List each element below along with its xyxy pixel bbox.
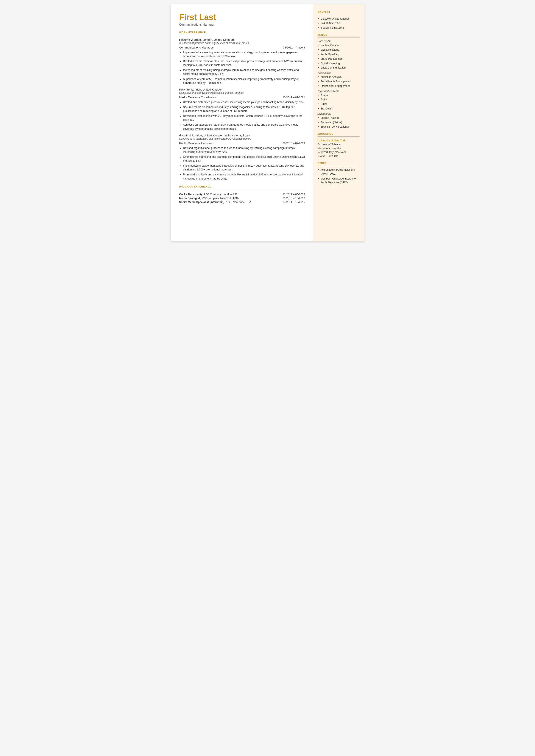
education-school: University of New York	[318, 139, 360, 142]
main-column: First Last Communications Manager WORK E…	[171, 4, 313, 241]
job-2-date: 10/2019 – 07/2021	[282, 96, 305, 99]
prev-exp-date: 01/2016 – 10/2017	[271, 196, 305, 200]
other-header: OTHER	[318, 162, 360, 164]
job-3-title: Public Relations Assistant	[179, 142, 213, 145]
prev-exp-date: 07/2014 – 12/2015	[271, 200, 305, 204]
bullet: Achieved an attendance rate of 90% from …	[179, 123, 305, 130]
education-degree: Bachelor of Science Mass Communication N…	[318, 142, 360, 158]
job-1-employer: Resume Worded, London, United Kingdom	[179, 38, 305, 42]
job-1-tagline: A lender that provides home equity lines…	[179, 42, 305, 44]
bullet: Revised organizational processes related…	[179, 146, 305, 154]
contact-divider	[318, 14, 360, 15]
language-item: Romanian (Native)	[318, 121, 360, 124]
job-2-title-row: Media Relations Coordinator 10/2019 – 07…	[179, 96, 305, 99]
job-1-title-row: Communications Manager 08/2021 – Present	[179, 46, 305, 49]
job-1-date: 08/2021 – Present	[283, 46, 305, 49]
contact-location: Glasgow, United Kingdom	[318, 17, 360, 21]
prev-exp-row: On Air Personality, ABC Company, London,…	[179, 192, 305, 196]
skills-divider	[318, 37, 360, 38]
prev-exp-date: 11/2017 – 05/2018	[271, 192, 305, 196]
tools-subheader: Tools and Software:	[318, 90, 360, 93]
sidebar: CONTACT Glasgow, United Kingdom +44 1234…	[313, 4, 365, 241]
other-item: Accredited in Public Relations (APR) - 2…	[318, 168, 360, 176]
techniques-subheader: Techniques:	[318, 71, 360, 74]
bullet: Supervised a team of 50+ communication s…	[179, 77, 305, 85]
work-experience-divider	[179, 35, 305, 35]
job-2-title: Media Relations Coordinator	[179, 96, 216, 99]
tool-item: Trello	[318, 98, 360, 101]
tool-item: Brandwatch	[318, 107, 360, 111]
hard-skills-subheader: Hard Skills:	[318, 40, 360, 43]
skill-item: Brand Management	[318, 57, 360, 61]
languages-subheader: Languages:	[318, 112, 360, 115]
prev-exp-title: Social Media Specialist (Internship), AB…	[179, 200, 271, 204]
previous-experience-header: PREVIOUS EXPERIENCE	[179, 185, 305, 188]
job-1-bullets: Implemented a sweeping internal communic…	[179, 50, 305, 85]
other-item: Member - Chartered Institute of Public R…	[318, 177, 360, 184]
skill-item: Public Speaking	[318, 53, 360, 56]
bullet: Drafted and distributed press releases, …	[179, 100, 305, 104]
previous-experience-table: On Air Personality, ABC Company, London,…	[179, 192, 305, 204]
bullet: Increased brand visibility using strateg…	[179, 68, 305, 76]
job-1: Resume Worded, London, United Kingdom A …	[179, 38, 305, 85]
prev-exp-row: Media Strategist, XYZ Company, New York,…	[179, 196, 305, 200]
education-header: EDUCATION	[318, 132, 360, 135]
job-3: Growthsi, London, United Kingdom & Barce…	[179, 134, 305, 181]
language-item: Spanish (Conversational)	[318, 125, 360, 129]
candidate-name: First Last	[179, 13, 305, 22]
contact-phone: +44 1234567890	[318, 21, 360, 25]
job-3-date: 06/2018 – 09/2019	[282, 142, 305, 145]
job-2-tagline: Helps personal and wealth clients build …	[179, 91, 305, 95]
other-divider	[318, 166, 360, 166]
bullet: Championed marketing and branding campai…	[179, 155, 305, 163]
bullet: Developed relationships with 20+ key med…	[179, 114, 305, 122]
technique-item: Social Media Management	[318, 80, 360, 83]
skill-item: Digital Marketing	[318, 62, 360, 65]
contact-header: CONTACT	[318, 11, 360, 14]
job-3-employer: Growthsi, London, United Kingdom & Barce…	[179, 134, 305, 137]
job-3-tagline: Specializes in mortgages that help custo…	[179, 137, 305, 140]
technique-item: Audience Analysis	[318, 75, 360, 79]
job-1-title: Communications Manager	[179, 46, 213, 49]
bullet: Implemented a sweeping internal communic…	[179, 50, 305, 58]
contact-email: first.last@gmail.com	[318, 26, 360, 30]
job-2: Polyhire, London, United Kingdom Helps p…	[179, 88, 305, 131]
tool-item: Drupal	[318, 102, 360, 106]
prev-exp-title: Media Strategist, XYZ Company, New York,…	[179, 196, 271, 200]
technique-item: Stakeholder Engagement	[318, 84, 360, 88]
skill-item: Crisis Communication	[318, 66, 360, 70]
bullet: Promoted positive brand awareness throug…	[179, 173, 305, 181]
job-3-bullets: Revised organizational processes related…	[179, 146, 305, 181]
job-2-bullets: Drafted and distributed press releases, …	[179, 100, 305, 131]
bullet: Drafted a media relations plan that incr…	[179, 59, 305, 67]
skill-item: Content Creation	[318, 43, 360, 47]
previous-experience-divider	[179, 189, 305, 189]
prev-exp-title: On Air Personality, ABC Company, London,…	[179, 192, 271, 196]
bullet: Implemented creative marketing strategie…	[179, 164, 305, 172]
tool-item: Asana	[318, 94, 360, 97]
candidate-title: Communications Manager	[179, 23, 305, 26]
work-experience-header: WORK EXPERIENCE	[179, 31, 305, 34]
bullet: Secured media placements in industry-lea…	[179, 105, 305, 113]
prev-exp-row: Social Media Specialist (Internship), AB…	[179, 200, 305, 204]
skill-item: Media Relations	[318, 48, 360, 52]
education-divider	[318, 136, 360, 137]
job-2-employer: Polyhire, London, United Kingdom	[179, 88, 305, 91]
job-3-title-row: Public Relations Assistant 06/2018 – 09/…	[179, 142, 305, 145]
resume-container: First Last Communications Manager WORK E…	[171, 4, 365, 241]
language-item: English (Native)	[318, 116, 360, 120]
skills-header: SKILLS	[318, 33, 360, 36]
